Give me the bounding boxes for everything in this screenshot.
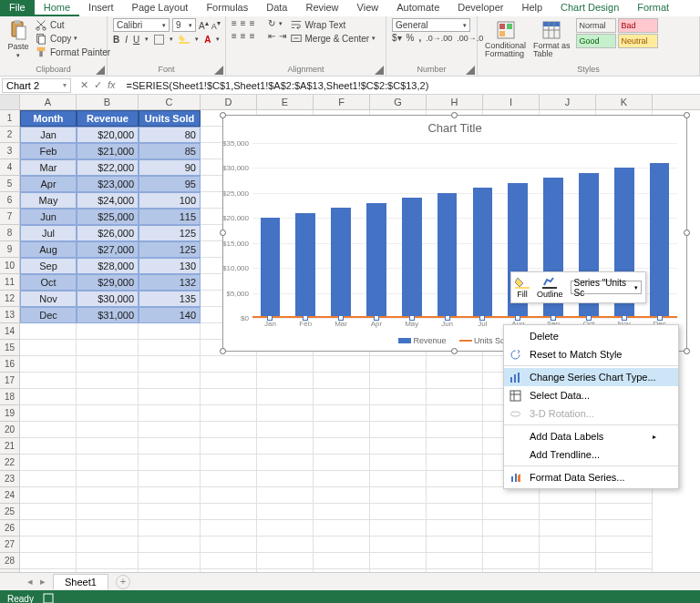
fillcolor-button[interactable] (179, 33, 190, 46)
formula-input[interactable]: =SERIES(Sheet1!$C$1,Sheet1!$A$2:$A$13,Sh… (123, 79, 700, 92)
row-header-14[interactable]: 14 (0, 323, 20, 340)
cut-button[interactable]: Cut (35, 18, 110, 31)
format-as-table-button[interactable]: Format as Table (531, 18, 572, 59)
mini-fill-button[interactable]: Fill (515, 276, 530, 299)
percent-icon[interactable]: % (407, 33, 415, 43)
table-cell[interactable]: $27,000 (77, 241, 139, 258)
chart-bar[interactable] (473, 188, 493, 318)
table-cell[interactable]: 90 (139, 159, 201, 176)
table-cell[interactable]: 135 (139, 291, 201, 307)
chart-line-units[interactable] (252, 316, 677, 318)
table-cell[interactable]: $24,000 (77, 192, 139, 209)
row-header-15[interactable]: 15 (0, 340, 20, 356)
sheet-tab-sheet1[interactable]: Sheet1 (53, 574, 108, 589)
tab-automate[interactable]: Automate (387, 0, 448, 16)
row-header-13[interactable]: 13 (0, 307, 20, 323)
row-header-16[interactable]: 16 (0, 356, 20, 373)
style-bad[interactable]: Bad (618, 18, 658, 33)
table-cell[interactable]: Nov (20, 291, 77, 307)
chart-point-marker[interactable] (303, 315, 308, 321)
table-cell[interactable]: Mar (20, 159, 77, 176)
table-cell[interactable]: $30,000 (77, 291, 139, 307)
col-header-E[interactable]: E (257, 95, 314, 109)
fx-icon[interactable]: fx (108, 79, 116, 91)
row-header-22[interactable]: 22 (0, 455, 20, 471)
style-good[interactable]: Good (576, 34, 616, 48)
tab-chartdesign[interactable]: Chart Design (551, 0, 628, 16)
ctx-add-trendline[interactable]: Add Trendline... (504, 445, 678, 464)
sheet-nav-prev[interactable]: ◂ (27, 576, 33, 588)
table-cell[interactable]: Dec (20, 307, 77, 323)
row-header-2[interactable]: 2 (0, 127, 20, 143)
font-size-select[interactable]: 9▾ (172, 18, 196, 32)
number-launcher[interactable] (466, 66, 475, 75)
chart-bar[interactable] (366, 203, 386, 318)
fontgrow-icon[interactable]: A▴ (199, 18, 209, 31)
tab-help[interactable]: Help (512, 0, 551, 16)
indentinc-icon[interactable]: ⇥ (279, 31, 286, 41)
col-header-D[interactable]: D (201, 95, 257, 109)
ctx-select-data[interactable]: Select Data... (504, 386, 678, 404)
row-header-3[interactable]: 3 (0, 143, 20, 159)
chart-bar[interactable] (438, 193, 458, 318)
chart-point-marker[interactable] (515, 315, 520, 321)
col-header-J[interactable]: J (540, 95, 596, 109)
row-header-28[interactable]: 28 (0, 553, 20, 569)
row-header-12[interactable]: 12 (0, 291, 20, 307)
table-cell[interactable]: $21,000 (77, 143, 139, 159)
merge-button[interactable]: Merge & Center▾ (290, 32, 376, 45)
enter-icon[interactable]: ✓ (94, 79, 102, 91)
table-cell[interactable]: $22,000 (77, 159, 139, 176)
row-header-23[interactable]: 23 (0, 471, 20, 487)
row-header-5[interactable]: 5 (0, 176, 20, 192)
mini-series-select[interactable]: Series "Units Sc▾ (571, 281, 642, 294)
conditional-format-button[interactable]: Conditional Formatting (483, 18, 528, 59)
row-header-29[interactable]: 29 (0, 569, 20, 572)
col-header-K[interactable]: K (596, 95, 653, 109)
tab-format[interactable]: Format (628, 0, 678, 16)
aligntop-icon[interactable]: ≡ (232, 18, 237, 28)
table-cell[interactable]: 125 (139, 241, 201, 258)
row-header-6[interactable]: 6 (0, 192, 20, 209)
alignbot-icon[interactable]: ≡ (250, 18, 255, 28)
table-cell[interactable]: $23,000 (77, 176, 139, 192)
name-box[interactable]: Chart 2▾ (2, 78, 71, 93)
bold-button[interactable]: B (113, 35, 119, 45)
table-cell[interactable]: 95 (139, 176, 201, 192)
mini-outline-button[interactable]: Outline (537, 276, 563, 299)
row-header-11[interactable]: 11 (0, 274, 20, 291)
chart-point-marker[interactable] (338, 315, 344, 321)
chart-bar[interactable] (295, 213, 315, 318)
row-header-27[interactable]: 27 (0, 537, 20, 553)
aligncenter-icon[interactable]: ≡ (241, 31, 246, 41)
clipboard-launcher[interactable] (96, 66, 105, 75)
table-cell[interactable]: $29,000 (77, 274, 139, 291)
incdec-icon[interactable]: .0→.00 (426, 34, 452, 43)
orientation-icon[interactable]: ↻ (268, 18, 275, 28)
table-cell[interactable]: 80 (139, 127, 201, 143)
chart-object[interactable]: Chart Title $0$5,000$10,000$15,000$20,00… (222, 115, 687, 352)
table-cell[interactable]: Jun (20, 209, 77, 225)
style-neutral[interactable]: Neutral (618, 34, 658, 48)
fontshrink-icon[interactable]: A▾ (211, 19, 221, 31)
comma-icon[interactable]: , (418, 33, 421, 43)
tab-insert[interactable]: Insert (79, 0, 123, 16)
chart-point-marker[interactable] (551, 315, 556, 321)
currency-icon[interactable]: $▾ (392, 33, 402, 43)
table-cell[interactable]: $28,000 (77, 258, 139, 274)
row-header-26[interactable]: 26 (0, 520, 20, 537)
paste-button[interactable]: Paste▾ (5, 18, 31, 60)
tab-review[interactable]: Review (296, 0, 347, 16)
table-cell[interactable]: $31,000 (77, 307, 139, 323)
chart-point-marker[interactable] (586, 315, 592, 321)
grid[interactable]: ABCDEFGHIJK 1234567891011121314151617181… (0, 95, 700, 572)
col-header-G[interactable]: G (370, 95, 427, 109)
table-cell[interactable]: $26,000 (77, 225, 139, 241)
row-header-19[interactable]: 19 (0, 405, 20, 422)
chart-bar[interactable] (650, 163, 670, 318)
tab-home[interactable]: Home (35, 0, 79, 16)
table-header[interactable]: Revenue (77, 110, 139, 127)
chart-point-marker[interactable] (374, 315, 379, 321)
row-header-24[interactable]: 24 (0, 487, 20, 504)
copy-button[interactable]: Copy▾ (35, 32, 110, 45)
